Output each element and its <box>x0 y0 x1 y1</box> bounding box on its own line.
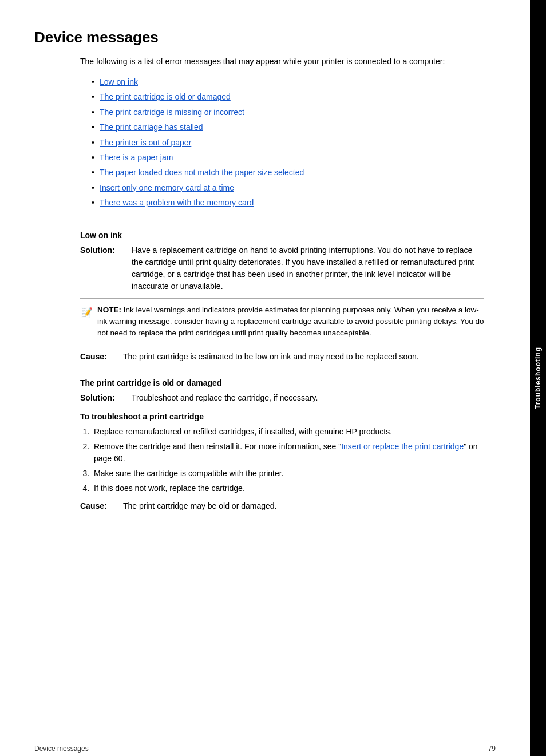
insert-replace-link[interactable]: Insert or replace the print cartridge <box>341 442 464 451</box>
section-divider-1 <box>34 369 484 369</box>
section-divider-top <box>34 221 484 221</box>
solution-label-2: Solution: <box>80 392 132 404</box>
memory-card-link[interactable]: Insert only one memory card at a time <box>100 183 234 192</box>
stalled-link[interactable]: The print carriage has stalled <box>100 122 203 132</box>
note-label: NOTE: <box>97 306 121 314</box>
step-3: Make sure the cartridge is compatible wi… <box>92 468 484 480</box>
solution-row: Solution: Have a replacement cartridge o… <box>80 244 484 292</box>
list-item: The print carriage has stalled <box>92 121 484 133</box>
list-item: The print cartridge is missing or incorr… <box>92 106 484 118</box>
step-1: Replace remanufactured or refilled cartr… <box>92 426 484 438</box>
list-item: The paper loaded does not match the pape… <box>92 166 484 179</box>
low-on-ink-section: Low on ink Solution: Have a replacement … <box>34 231 484 363</box>
old-damaged-heading: The print cartridge is old or damaged <box>80 378 484 387</box>
missing-incorrect-link[interactable]: The print cartridge is missing or incorr… <box>100 108 244 117</box>
old-damaged-link[interactable]: The print cartridge is old or damaged <box>100 92 231 101</box>
step-4: If this does not work, replace the cartr… <box>92 482 484 494</box>
sidebar-tab: Troubleshooting <box>530 0 546 756</box>
cause-row-2: Cause: The print cartridge may be old or… <box>80 500 484 512</box>
list-item: Low on ink <box>92 76 484 88</box>
footer: Device messages 79 <box>0 741 530 756</box>
note-icon: 📝 <box>80 305 93 320</box>
solution-row-2: Solution: Troubleshoot and replace the c… <box>80 392 484 404</box>
list-item: The printer is out of paper <box>92 136 484 149</box>
list-item: There was a problem with the memory card <box>92 196 484 209</box>
step-2: Remove the cartridge and then reinstall … <box>92 441 484 465</box>
cause-row: Cause: The print cartridge is estimated … <box>80 351 484 363</box>
footer-label: Device messages <box>34 745 89 753</box>
sidebar-tab-label: Troubleshooting <box>534 347 542 409</box>
solution-text: Have a replacement cartridge on hand to … <box>132 244 484 292</box>
error-message-list: Low on ink The print cartridge is old or… <box>92 76 484 209</box>
cause-text-2: The print cartridge may be old or damage… <box>123 500 276 512</box>
note-content: NOTE: Ink level warnings and indicators … <box>97 304 484 339</box>
list-item: The print cartridge is old or damaged <box>92 90 484 103</box>
troubleshoot-steps: Replace remanufactured or refilled cartr… <box>92 426 484 494</box>
solution-text-2: Troubleshoot and replace the cartridge, … <box>132 392 484 404</box>
intro-paragraph: The following is a list of error message… <box>80 56 484 68</box>
list-item: There is a paper jam <box>92 151 484 164</box>
cause-label: Cause: <box>80 351 123 363</box>
cause-text: The print cartridge is estimated to be l… <box>123 351 419 363</box>
note-box: 📝 NOTE: Ink level warnings and indicator… <box>80 298 484 346</box>
section-divider-2 <box>34 518 484 518</box>
sub-heading: To troubleshoot a print cartridge <box>80 412 484 421</box>
memory-problem-link[interactable]: There was a problem with the memory card <box>100 198 254 207</box>
low-on-ink-link[interactable]: Low on ink <box>100 77 138 86</box>
low-on-ink-heading: Low on ink <box>80 231 484 240</box>
note-text: Ink level warnings and indicators provid… <box>97 306 484 338</box>
out-of-paper-link[interactable]: The printer is out of paper <box>100 138 191 147</box>
old-damaged-content: Solution: Troubleshoot and replace the c… <box>80 392 484 512</box>
page-title: Device messages <box>34 29 484 46</box>
paper-size-link[interactable]: The paper loaded does not match the pape… <box>100 168 304 177</box>
solution-label: Solution: <box>80 244 132 292</box>
list-item: Insert only one memory card at a time <box>92 181 484 194</box>
cause-label-2: Cause: <box>80 500 123 512</box>
low-on-ink-content: Solution: Have a replacement cartridge o… <box>80 244 484 363</box>
paper-jam-link[interactable]: There is a paper jam <box>100 153 173 162</box>
footer-page: 79 <box>488 745 496 753</box>
old-damaged-section: The print cartridge is old or damaged So… <box>34 378 484 512</box>
